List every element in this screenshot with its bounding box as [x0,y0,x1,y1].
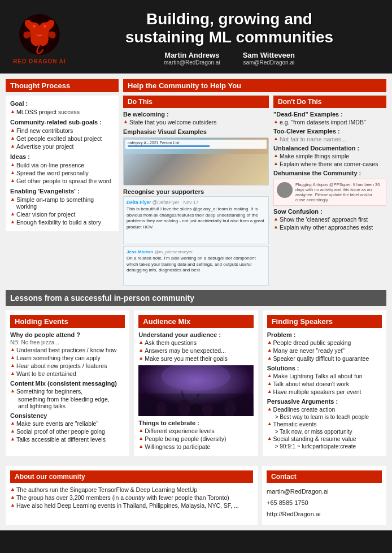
triangle-icon: ▲ [267,388,272,394]
solutions-label: Solutions : [267,365,382,371]
svg-point-11 [225,400,236,417]
triangle-icon: ▲ [138,355,143,361]
do-this-section: Do This Be welcoming : ▲ State that you … [123,96,269,286]
unbalanced-item-0: ▲ Make simple things simple [273,153,386,159]
consistency-label: Consistency [10,412,125,419]
author1-name: Martin Andrews [164,51,220,59]
community-item-2: ▲ Advertise your project [10,143,114,150]
audience-mix-header: Audience Mix [138,315,253,328]
svg-point-6 [168,407,177,417]
celebrate-label: Things to celebrate : [138,420,253,426]
triangle-icon: ▲ [273,119,278,124]
solutions-item-2: ▲ Have multiple speakers per event [267,388,382,395]
triangle-icon: ▲ [10,170,15,175]
author2: Sam Witteveen sam@RedDragon.ai [243,51,295,66]
dead-end-item: ▲ e.g. "from datasets import IMDB" [273,119,386,126]
triangle-icon: ▲ [273,161,278,166]
main-content: Thought Process Goal : ▲ MLOSS project s… [0,74,392,466]
celebrate-item-0: ▲ Different experience levels [138,427,253,434]
why-item-1: ▲ Learn something they can apply [10,355,125,361]
tweet1-handle: Delta Flyer [127,200,151,205]
problem-item-0: ▲ People dread public speaking [267,339,382,346]
triangle-icon: ▲ [267,435,272,441]
solutions-item-1: ▲ Talk about what doesn't work [267,381,382,387]
audience-photo [138,365,253,416]
triangle-icon: ▲ [10,362,15,368]
triangle-icon: ▲ [10,127,15,133]
finding-speakers-section: Finding Speakers Problem : ▲ People drea… [263,310,386,456]
triangle-icon: ▲ [10,196,15,202]
holding-events-header: Holding Events [10,315,125,328]
understand-label: Understand your audience : [138,331,253,338]
svg-point-9 [202,403,212,417]
triangle-icon: ▲ [267,381,272,386]
triangle-icon: ▲ [10,135,15,141]
too-clever-label: Too-Clever Examples : [273,128,386,135]
dehumanise-text: Flagging Antopov @PPSquer: It has been 3… [295,182,383,202]
main-title: Building, growing and sustaining ML comm… [78,10,381,46]
triangle-icon: ▲ [138,347,143,353]
community-item-0: ▲ Find new contributors [10,127,114,134]
svg-point-12 [237,404,246,417]
triangle-icon: ▲ [267,355,272,361]
about-header: About our community [10,470,253,483]
header-title: Building, growing and sustaining ML comm… [78,10,381,66]
triangle-icon: ▲ [138,339,143,345]
about-item-1: ▲ The group has over 3,200 members (in a… [10,494,253,501]
author2-name: Sam Witteveen [243,51,295,59]
triangle-icon: ▲ [10,486,15,492]
why-attend-label: Why do people attend ? [10,331,125,338]
evangelists-item-2: ▲ Enough flexibility to build a story [10,219,114,226]
triangle-icon: ▲ [10,355,15,360]
triangle-icon: ▲ [10,347,15,352]
triangle-icon: ▲ [138,427,143,433]
ideas-item-0: ▲ Build via on-line presence [10,162,114,169]
help-community-column: Help the Community to Help You Do This B… [123,79,386,286]
dont-do-this-section: Don't Do This "Dead-End" Examples : ▲ e.… [273,96,386,286]
persuasive-item-4: ▲ Social standing & resume value [267,435,382,442]
persuasive-label: Persuasive Arguments : [267,398,382,405]
triangle-icon: ▲ [10,370,15,376]
why-item-3: ▲ Want to be entertained [10,370,125,377]
sow-item-1: ▲ Explain why other approaches exist [273,224,386,231]
tweet2-handle: Jess Morton [127,249,153,254]
author1-email: martin@RedDragon.ai [164,59,220,66]
avatar-icon [277,182,293,198]
celebrate-item-2: ▲ Willingness to participate [138,443,253,450]
svg-point-10 [215,406,224,417]
top-columns: Thought Process Goal : ▲ MLOSS project s… [6,79,386,286]
persuasive-indent-0: > Best way to learn is to teach people [267,414,382,420]
dehumanise-box: Flagging Antopov @PPSquer: It has been 3… [273,179,386,206]
triangle-icon: ▲ [273,153,278,158]
contact-header: Contact [267,470,382,483]
logo-text: RED DRAGON AI [13,58,66,64]
svg-line-14 [196,394,199,402]
thought-process-column: Thought Process Goal : ▲ MLOSS project s… [6,79,119,286]
triangle-icon: ▲ [10,428,15,434]
logo-area: RED DRAGON AI [11,12,68,64]
content-item-1: something from the bleeding edge, [10,396,125,403]
problem-item-2: ▲ Speaker quality difficult to guarantee [267,355,382,362]
consistency-item-1: ▲ Social proof of other people going [10,428,125,435]
persuasive-indent-1: > Talk now, or miss opportunity [267,429,382,435]
too-clever-item: ▲ Not fair to name names... [273,136,386,142]
svg-point-5 [156,402,167,417]
tweet1-text: This is beautiful! I love the slides @ga… [127,206,265,230]
about-item-2: ▲ Have also held Deep Learning events in… [10,502,253,509]
ideas-label: Ideas : [10,153,114,160]
triangle-icon: ▲ [273,136,278,141]
svg-point-2 [43,25,46,28]
triangle-icon: ▲ [267,339,272,345]
evangelists-item-0: ▲ Simple on-ramp to something working [10,196,114,210]
sow-label: Sow Confusion : [273,208,386,215]
three-columns: Holding Events Why do people attend ? NB… [6,310,386,456]
contact-section: Contact martin@RedDragon.ai +65 8585 175… [262,466,386,524]
bottom-section: About our community ▲ The authors run th… [0,466,392,530]
goal-label: Goal : [10,100,114,107]
solutions-item-0: ▲ Make Lightning Talks all about fun [267,373,382,379]
sow-item-0: ▲ Show the 'cleanest' approach first [273,216,386,223]
triangle-icon: ▲ [10,211,15,217]
contact-email: martin@RedDragon.ai [267,486,382,498]
problem-label: Problem : [267,331,382,338]
persuasive-item-2: ▲ Thematic events [267,421,382,427]
